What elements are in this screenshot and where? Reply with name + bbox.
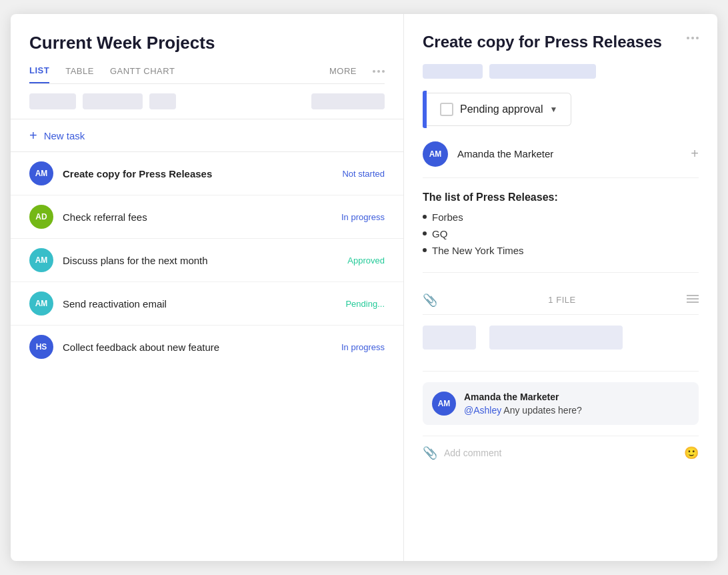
dot-3 [382,70,385,73]
description-item-text: GQ [432,228,447,239]
comment-content-2: Any updates here? [503,405,582,416]
comment-text: @Ashley Any updates here? [464,405,689,416]
tab-list[interactable]: LIST [29,65,49,83]
task-status: Pending... [345,299,385,309]
task-name: Create copy for Press Releases [63,168,333,179]
avatar: AM [29,292,53,316]
comment-avatar: AM [432,392,456,416]
paperclip-icon: 📎 [423,293,437,308]
avatar-initials: AD [35,212,47,221]
avatar: AM [29,161,53,185]
task-name: Discuss plans for the next month [63,255,338,266]
new-task-label: New task [44,130,85,141]
filter-pill-2[interactable] [83,93,143,109]
attach-icon[interactable]: 📎 [423,446,437,460]
dot-2 [691,37,694,39]
description-item-text: Forbes [432,211,463,223]
task-row[interactable]: HS Collect feedback about new feature In… [11,326,403,368]
assignee-name: Amanda the Marketer [457,148,681,159]
task-name: Check referral fees [63,211,332,223]
filter-bar [11,84,403,119]
description-item: Forbes [423,211,699,223]
dot-2 [377,70,380,73]
bullet-icon [423,231,427,235]
description-item: GQ [423,228,699,239]
task-row[interactable]: AM Send reactivation email Pending... [11,282,403,326]
avatar: AD [29,205,53,229]
tab-gantt[interactable]: GANTT CHART [110,66,175,83]
breadcrumb-pill-1[interactable] [423,64,483,79]
file-name [489,326,623,350]
tab-more[interactable]: MORE [329,66,357,83]
new-task-row[interactable]: + New task [11,119,403,152]
chevron-down-icon: ▼ [550,105,558,114]
avatar: HS [29,335,53,359]
description-heading: The list of Press Releases: [423,191,699,203]
status-checkbox[interactable] [440,103,453,116]
assignee-avatar: AM [423,141,448,167]
filter-pill-3[interactable] [149,93,176,109]
assignee-row: AM Amanda the Marketer + [423,141,699,178]
avatar-initials: AM [35,169,48,178]
emoji-icon[interactable]: 🙂 [684,446,699,460]
avatar-initials: HS [36,342,47,352]
tabs-bar: LIST TABLE GANTT CHART MORE [29,65,385,84]
add-assignee-button[interactable]: + [691,146,699,161]
dot-1 [687,37,689,39]
add-comment-input[interactable]: Add comment [444,448,677,458]
avatar-initials: AM [35,299,48,308]
dot-1 [373,70,375,73]
task-status: Approved [347,255,385,265]
page-title: Current Week Projects [29,33,385,53]
comment-author: Amanda the Marketer [464,392,689,402]
description-item-text: The New York Times [432,245,524,256]
status-label: Pending approval [460,103,543,115]
description-section: The list of Press Releases: Forbes GQ Th… [423,191,699,273]
bullet-icon [423,248,427,252]
comment-avatar-initials: AM [438,399,451,408]
task-name: Send reactivation email [63,298,336,310]
description-item: The New York Times [423,245,699,256]
left-header: Current Week Projects LIST TABLE GANTT C… [11,14,403,84]
right-header: Create copy for Press Releases [423,33,699,52]
task-row[interactable]: AD Check referral fees In progress [11,195,403,239]
file-thumbnail [423,326,476,350]
avatar-initials: AM [35,255,48,265]
tab-table[interactable]: TABLE [65,66,94,83]
comment-mention[interactable]: @Ashley [464,405,501,416]
comment-body: Amanda the Marketer @Ashley Any updates … [464,392,689,416]
file-row [423,326,699,372]
comment-section: AM Amanda the Marketer @Ashley Any updat… [423,382,699,425]
status-badge-box[interactable]: Pending approval ▼ [427,93,571,126]
filter-pill-1[interactable] [29,93,76,109]
new-task-plus-icon: + [29,129,37,142]
breadcrumb-pill-2[interactable] [489,64,596,79]
tabs-more-menu[interactable] [373,70,385,79]
filter-pill-4[interactable] [311,93,385,109]
task-row[interactable]: AM Create copy for Press Releases Not st… [11,152,403,195]
right-panel: Create copy for Press Releases Pending a… [404,14,717,561]
avatar: AM [29,248,53,272]
assignee-initials: AM [429,149,442,159]
task-list: AM Create copy for Press Releases Not st… [11,152,403,561]
task-status: In progress [341,342,385,352]
task-name: Collect feedback about new feature [63,342,332,353]
breadcrumb [423,64,699,79]
task-row[interactable]: AM Discuss plans for the next month Appr… [11,239,403,282]
file-menu-icon[interactable] [687,294,699,306]
task-detail-title: Create copy for Press Releases [423,33,662,52]
status-section: Pending approval ▼ [423,91,699,128]
file-count-label: 1 FILE [444,295,680,305]
file-section: 📎 1 FILE [423,286,699,315]
app-container: Current Week Projects LIST TABLE GANTT C… [11,14,717,561]
detail-menu-button[interactable] [687,33,699,39]
task-status: In progress [341,212,385,222]
left-panel: Current Week Projects LIST TABLE GANTT C… [11,14,404,561]
bullet-icon [423,215,427,219]
add-comment-row: 📎 Add comment 🙂 [423,436,699,470]
dot-3 [696,37,699,39]
task-status: Not started [342,169,385,179]
